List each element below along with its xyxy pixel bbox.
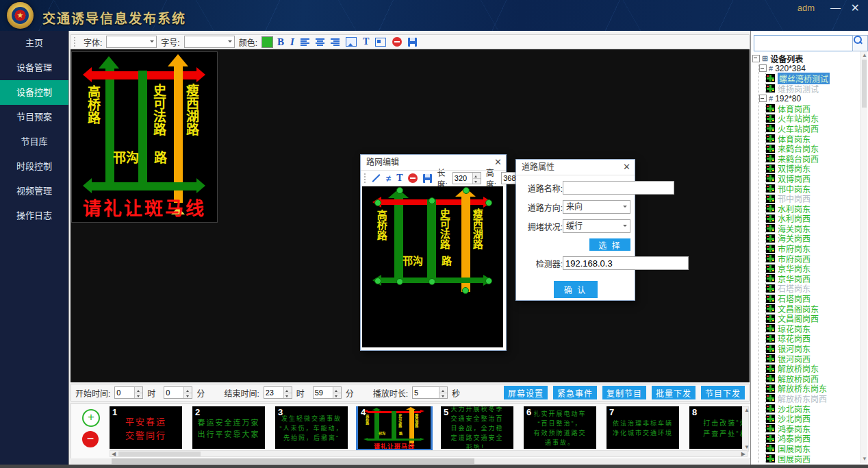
device-item-解放桥岗东[interactable]: 解放桥岗东 [766, 363, 860, 373]
screen-icon[interactable] [375, 38, 386, 47]
device-item-市府岗西[interactable]: 市府岗西 [766, 254, 860, 264]
congestion-select[interactable]: 缓行 [563, 219, 630, 233]
align-left-icon[interactable] [301, 38, 309, 46]
program-thumbnail-2[interactable]: 2春运安全连万家出行平安靠大家 [192, 406, 265, 449]
device-item-琼花岗东[interactable]: 琼花岗东 [766, 323, 860, 334]
device-item-鸿泰岗东[interactable]: 鸿泰岗东 [766, 423, 860, 434]
text-icon[interactable]: T [396, 173, 403, 184]
italic-icon[interactable]: I [290, 36, 294, 48]
collapse-icon[interactable] [752, 55, 760, 62]
scroll-down-icon[interactable]: ▼ [862, 456, 867, 462]
collapse-icon[interactable] [759, 64, 767, 72]
sidebar-item-设备控制[interactable]: 设备控制 [0, 80, 68, 105]
device-item-体育岗东[interactable]: 体育岗东 [766, 134, 860, 144]
device-item-水利岗西[interactable]: 水利岗西 [766, 214, 860, 224]
scrollbar-thumb[interactable] [112, 458, 474, 464]
device-search-input[interactable] [754, 35, 854, 51]
remove-icon[interactable] [392, 37, 402, 47]
end-minute-spinner[interactable] [313, 386, 342, 399]
device-item-解放桥东岗西[interactable]: 解放桥东岗西 [766, 393, 860, 404]
device-item-银河岗西[interactable]: 银河岗西 [766, 354, 860, 364]
spinner-arrows-icon[interactable] [439, 387, 447, 398]
device-item-来鹤台岗西[interactable]: 来鹤台岗西 [766, 153, 860, 164]
end-hour-spinner[interactable] [264, 386, 292, 399]
save-icon[interactable] [423, 174, 432, 183]
program-thumbnail-1[interactable]: 1平安春运交警同行 [110, 406, 182, 449]
program-thumbnail-5[interactable]: 5大力开展秋冬季交通安全整治百日会战，全力稳定道路交通安全形势！ [441, 406, 513, 449]
road-name-input[interactable] [563, 181, 674, 195]
add-program-button[interactable]: + [82, 409, 100, 427]
tree-vertical-scrollbar[interactable]: ▲ ▼ [860, 51, 867, 463]
device-item-体育岗西[interactable]: 体育岗西 [766, 103, 860, 114]
align-right-icon[interactable] [331, 38, 340, 46]
tree-row[interactable]: #192*80 [759, 93, 860, 103]
action-button-紧急事件[interactable]: 紧急事件 [553, 386, 597, 399]
device-item-火车站岗西[interactable]: 火车站岗西 [766, 123, 860, 134]
device-item-文昌阁岗东[interactable]: 文昌阁岗东 [766, 304, 860, 314]
action-button-节目下发[interactable]: 节目下发 [701, 386, 745, 399]
align-center-icon[interactable] [316, 38, 324, 46]
program-thumbnail-3[interactable]: 3发生轻微交通事故“人未伤，车能动，先拍照，后撤离” [275, 406, 348, 449]
sidebar-item-节目库[interactable]: 节目库 [0, 130, 68, 154]
device-item-邗中岗西[interactable]: 邗中岗西 [766, 193, 860, 204]
save-icon[interactable] [408, 38, 417, 47]
line-icon[interactable] [372, 174, 381, 183]
device-item-来鹤台岗东[interactable]: 来鹤台岗东 [766, 143, 860, 153]
spinner-arrows-icon[interactable] [134, 387, 142, 398]
start-hour-input[interactable] [115, 387, 134, 398]
sidebar-item-视频管理[interactable]: 视频管理 [0, 179, 68, 204]
program-thumbnail-7[interactable]: 7依法治理非标车辆净化城市交通环境 [607, 406, 679, 449]
select-detector-button[interactable]: 选 择 [589, 238, 630, 251]
device-item-鸿泰岗西[interactable]: 鸿泰岗西 [766, 434, 860, 444]
device-item-沙北岗东[interactable]: 沙北岗东 [766, 404, 860, 414]
program-thumbnail-8[interactable]: 8打击改装“炸严查严处“机 [689, 406, 742, 449]
device-item-邗中岗东[interactable]: 邗中岗东 [766, 184, 860, 194]
main-horizontal-scrollbar[interactable] [71, 458, 750, 464]
scroll-down-icon[interactable]: ▼ [744, 445, 750, 450]
device-item-双博岗西[interactable]: 双博岗西 [766, 173, 860, 184]
sidebar-item-设备管理[interactable]: 设备管理 [0, 56, 68, 80]
tree-row[interactable]: #320*384 [759, 64, 860, 74]
remove-icon[interactable] [408, 173, 418, 183]
image-icon[interactable] [346, 37, 357, 47]
program-thumbnail-4[interactable]: 4高桥路史可法路瘦西湖路邗沟路请礼让斑马线 [358, 406, 431, 449]
device-item-国展岗东[interactable]: 国展岗东 [766, 443, 860, 454]
length-spinner[interactable] [452, 172, 481, 184]
device-item-沙北岗西[interactable]: 沙北岗西 [766, 413, 860, 423]
color-swatch[interactable] [261, 36, 273, 48]
device-item-市府岗东[interactable]: 市府岗东 [766, 243, 860, 254]
device-item-双博岗东[interactable]: 双博岗东 [766, 164, 860, 174]
close-icon[interactable]: ✕ [494, 155, 502, 170]
action-button-批量下发[interactable]: 批量下发 [652, 386, 695, 399]
start-minute-input[interactable] [164, 387, 183, 398]
road-network-canvas[interactable]: 高桥路史可法路瘦西湖路邗沟路 [362, 186, 503, 347]
device-item-火车站岗东[interactable]: 火车站岗东 [766, 114, 860, 124]
device-item-石塔岗西[interactable]: 石塔岗西 [766, 293, 860, 304]
close-icon[interactable]: ✕ [623, 160, 630, 175]
action-button-屏幕设置[interactable]: 屏幕设置 [504, 386, 548, 399]
text-icon[interactable]: T [363, 36, 369, 47]
scroll-left-icon[interactable]: ◀ [112, 452, 116, 457]
device-item-螺丝湾桥测试[interactable]: 螺丝湾桥测试 [766, 73, 860, 84]
scroll-up-icon[interactable]: ▲ [862, 53, 867, 58]
search-button[interactable] [852, 35, 868, 51]
font-select[interactable] [106, 36, 157, 48]
scroll-right-icon[interactable]: ▶ [741, 452, 745, 457]
device-item-京华岗西[interactable]: 京华岗西 [766, 273, 860, 284]
spinner-arrows-icon[interactable] [183, 387, 192, 398]
device-item-文昌阁岗西[interactable]: 文昌阁岗西 [766, 313, 860, 323]
confirm-button[interactable]: 确 认 [554, 281, 598, 298]
strip-horizontal-scrollbar[interactable]: ◀ ▶ [110, 450, 748, 457]
duration-input[interactable] [413, 387, 439, 398]
bold-icon[interactable]: B [277, 36, 284, 48]
road-icon[interactable]: ≠ [386, 173, 391, 184]
scroll-up-icon[interactable]: ▲ [744, 408, 750, 413]
road-direction-select[interactable]: 来向 [563, 200, 630, 214]
strip-vertical-scrollbar[interactable]: ▲ ▼ [742, 406, 749, 452]
minimize-icon[interactable]: — [830, 1, 841, 13]
end-minute-input[interactable] [314, 387, 333, 398]
device-item-海关岗西[interactable]: 海关岗西 [766, 234, 860, 244]
end-hour-input[interactable] [264, 387, 283, 398]
collapse-icon[interactable] [759, 95, 767, 102]
remove-program-button[interactable]: − [82, 431, 99, 447]
